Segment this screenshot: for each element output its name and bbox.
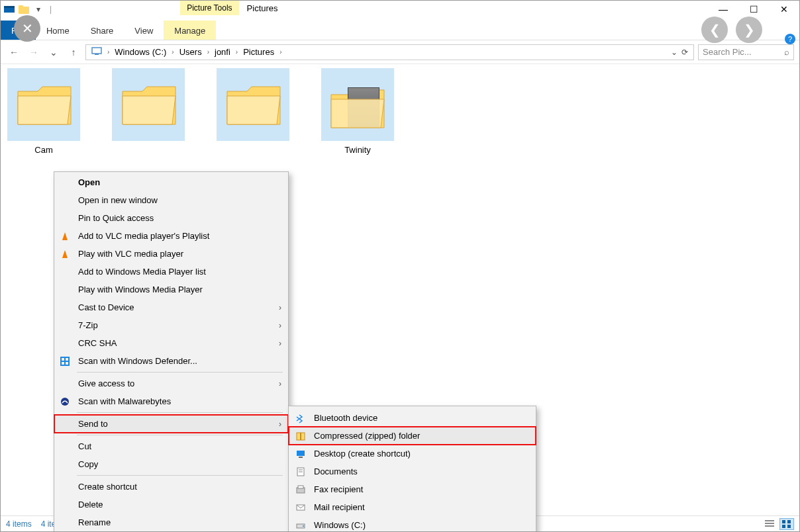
context-menu-item[interactable]: Rename — [54, 513, 288, 531]
breadcrumb-seg-1[interactable]: Windows (C:) — [112, 47, 169, 57]
menu-item-label: Play with VLC media player — [78, 249, 281, 259]
overlay-next-button[interactable]: ❯ — [736, 17, 762, 43]
folder-item[interactable] — [112, 68, 185, 155]
svg-marker-6 — [62, 232, 68, 240]
explorer-app-icon — [3, 3, 15, 15]
menu-item-label: CRC SHA — [78, 338, 272, 348]
chevron-right-icon: › — [279, 339, 281, 348]
window-title: Pictures — [239, 1, 286, 16]
breadcrumb-seg-4[interactable]: Pictures — [240, 47, 277, 57]
submenu-item[interactable]: Windows (C:) — [289, 516, 536, 532]
context-menu-item[interactable]: Delete — [54, 496, 288, 513]
view-tab[interactable]: View — [124, 21, 164, 40]
qat-dropdown-icon[interactable]: ▾ — [32, 3, 44, 15]
close-button[interactable]: ✕ — [769, 1, 799, 18]
context-menu-item[interactable]: Add to Windows Media Player list — [54, 263, 288, 281]
up-button[interactable]: ↑ — [66, 44, 81, 60]
folder-item[interactable] — [217, 68, 289, 155]
status-item-count: 4 items — [6, 519, 32, 529]
context-menu-item[interactable]: Create shortcut — [54, 478, 288, 496]
svg-rect-4 — [92, 48, 101, 54]
blank-icon — [58, 212, 72, 225]
menu-item-label: Create shortcut — [78, 482, 281, 492]
context-menu-item[interactable]: Scan with Malwarebytes — [54, 392, 288, 410]
back-button[interactable]: ← — [6, 44, 22, 60]
chevron-right-icon[interactable]: › — [106, 48, 111, 56]
context-menu-item[interactable]: Play with Windows Media Player — [54, 281, 288, 298]
folder-item[interactable]: Twinity — [321, 68, 394, 155]
doc-icon — [294, 465, 307, 478]
search-input[interactable]: Search Pic... ⌕ — [698, 44, 794, 60]
context-menu-item[interactable]: Open in new window — [54, 191, 288, 209]
blank-icon — [58, 265, 72, 279]
pc-icon[interactable] — [89, 47, 105, 57]
context-menu-item[interactable]: Send to › — [54, 415, 288, 433]
menu-item-label: Pin to Quick access — [78, 213, 281, 223]
chevron-right-icon[interactable]: › — [206, 48, 211, 56]
submenu-item[interactable]: Mail recipient — [289, 498, 536, 516]
icons-view-button[interactable] — [779, 518, 794, 530]
home-tab[interactable]: Home — [36, 21, 80, 40]
context-menu-item[interactable]: Scan with Windows Defender... — [54, 352, 288, 370]
submenu-item[interactable]: Compressed (zipped) folder — [289, 427, 536, 445]
menu-item-label: Scan with Windows Defender... — [78, 356, 281, 366]
overlay-close-button[interactable]: ✕ — [14, 15, 40, 42]
picture-tools-tab[interactable]: Picture Tools — [180, 1, 238, 15]
submenu-item[interactable]: Documents — [289, 463, 536, 480]
breadcrumb-seg-2[interactable]: Users — [177, 47, 205, 57]
chevron-right-icon[interactable]: › — [278, 48, 283, 56]
menu-item-label: Rename — [78, 517, 281, 527]
context-menu-item[interactable]: Cut — [54, 437, 288, 455]
defender-icon — [58, 355, 72, 368]
submenu-item-label: Compressed (zipped) folder — [314, 431, 529, 441]
maximize-button[interactable]: ☐ — [738, 1, 769, 18]
menu-separator — [77, 435, 283, 435]
context-menu-item[interactable]: Copy — [54, 455, 288, 473]
share-tab[interactable]: Share — [80, 21, 125, 40]
breadcrumb-seg-3[interactable]: jonfi — [212, 47, 233, 57]
context-menu-item[interactable]: Give access to › — [54, 375, 288, 392]
blank-icon — [58, 301, 72, 314]
recent-dropdown-icon[interactable]: ⌄ — [46, 44, 62, 60]
blank-icon — [58, 440, 72, 453]
submenu-item[interactable]: Desktop (create shortcut) — [289, 445, 536, 463]
folder-qat-icon[interactable] — [18, 3, 30, 15]
qat-separator: | — [50, 5, 52, 14]
overlay-prev-button[interactable]: ❮ — [701, 17, 728, 43]
minimize-button[interactable]: — — [708, 1, 738, 18]
context-menu-item[interactable]: Cast to Device › — [54, 298, 288, 316]
context-menu-item[interactable]: 7-Zip › — [54, 316, 288, 334]
chevron-right-icon[interactable]: › — [170, 48, 175, 56]
menu-item-label: Cut — [78, 441, 281, 451]
folder-icon — [112, 68, 185, 141]
address-bar[interactable]: › Windows (C:) › Users › jonfi › Picture… — [85, 44, 694, 60]
help-badge-icon[interactable]: ? — [785, 34, 795, 44]
details-view-button[interactable] — [762, 518, 777, 530]
menu-separator — [77, 475, 283, 476]
svg-rect-28 — [765, 523, 774, 524]
context-menu-item[interactable]: Open — [54, 173, 288, 191]
folder-item[interactable]: Cam — [7, 68, 80, 155]
folder-icon — [217, 68, 289, 141]
manage-tab[interactable]: Manage — [164, 21, 216, 40]
context-menu-item[interactable]: Add to VLC media player's Playlist — [54, 227, 288, 245]
blank-icon — [58, 480, 72, 494]
forward-button[interactable]: → — [26, 44, 42, 60]
submenu-item-label: Windows (C:) — [314, 520, 529, 530]
refresh-button[interactable]: ⟳ — [681, 48, 688, 57]
context-menu-item[interactable]: CRC SHA › — [54, 334, 288, 352]
submenu-item[interactable]: Bluetooth device — [289, 409, 536, 427]
chevron-right-icon[interactable]: › — [234, 48, 239, 56]
file-list-pane[interactable]: Cam Twinity Open Open in new window — [1, 64, 799, 515]
submenu-item[interactable]: Fax recipient — [289, 480, 536, 498]
address-dropdown-icon[interactable]: ⌄ — [671, 48, 677, 57]
blank-icon — [58, 337, 72, 350]
menu-item-label: Copy — [78, 459, 281, 469]
blank-icon — [58, 194, 72, 207]
context-menu-item[interactable]: Play with VLC media player — [54, 245, 288, 263]
context-menu-item[interactable]: Pin to Quick access — [54, 209, 288, 227]
chevron-right-icon: › — [279, 379, 281, 388]
svg-marker-7 — [62, 250, 68, 258]
menu-item-label: Give access to — [78, 378, 272, 388]
menu-item-label: Add to VLC media player's Playlist — [78, 231, 281, 241]
